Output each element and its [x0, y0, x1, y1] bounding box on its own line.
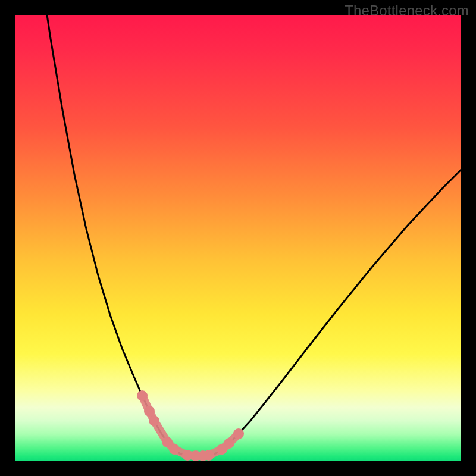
- marker-dot: [144, 406, 155, 416]
- marker-dot: [224, 438, 234, 449]
- watermark-text: TheBottleneck.com: [345, 2, 469, 19]
- marker-dot: [169, 444, 180, 455]
- bottleneck-curve: [47, 15, 461, 456]
- plot-area: [15, 15, 461, 461]
- marker-dot: [233, 428, 244, 439]
- curve-layer: [15, 15, 461, 461]
- marker-dot: [203, 450, 214, 461]
- chart-frame: TheBottleneck.com: [0, 0, 476, 476]
- marker-dot: [137, 390, 148, 401]
- marker-dot: [149, 415, 159, 426]
